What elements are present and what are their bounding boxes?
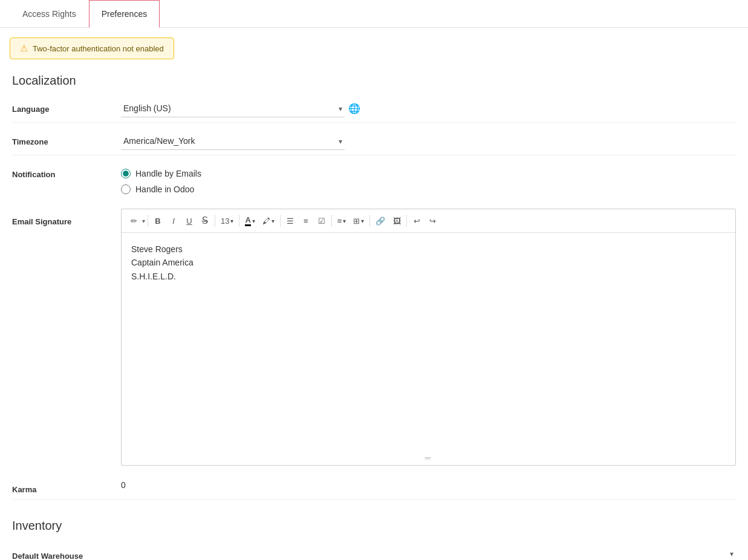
italic-button[interactable]: I: [166, 213, 181, 229]
handle-by-emails-label: Handle by Emails: [135, 169, 201, 178]
email-signature-label: Email Signature: [12, 209, 121, 226]
highlight-dropdown[interactable]: 🖍 ▾: [259, 213, 278, 229]
redo-button[interactable]: ↪: [425, 213, 440, 229]
table-arrow: ▾: [361, 218, 364, 224]
strikethrough-icon: S̶: [202, 216, 208, 226]
table-dropdown[interactable]: ⊞ ▾: [350, 213, 367, 229]
image-icon: 🖼: [393, 217, 401, 226]
rich-text-editor: ✏ ▾ B I U S̶ 13 ▾: [121, 209, 736, 466]
font-size-value: 13: [221, 217, 229, 226]
timezone-row: Timezone America/New_York America/Chicag…: [12, 132, 736, 155]
karma-value: 0: [121, 480, 126, 490]
font-color-arrow: ▾: [252, 218, 255, 224]
handle-in-odoo-radio[interactable]: [121, 184, 131, 194]
checkbox-icon: ☑: [318, 217, 325, 226]
handle-in-odoo-option[interactable]: Handle in Odoo: [121, 184, 736, 194]
highlight-arrow: ▾: [272, 218, 275, 224]
bullet-list-icon: ☰: [287, 217, 294, 226]
warehouse-select[interactable]: [121, 545, 736, 560]
globe-icon: 🌐: [348, 103, 360, 114]
notification-control: Handle by Emails Handle in Odoo: [121, 165, 736, 194]
undo-button[interactable]: ↩: [409, 213, 424, 229]
font-size-arrow: ▾: [230, 218, 233, 224]
font-size-dropdown[interactable]: 13 ▾: [218, 213, 236, 229]
align-icon: ≡: [337, 217, 342, 226]
bold-label: B: [155, 217, 160, 226]
timezone-select-container: America/New_York America/Chicago America…: [121, 132, 345, 150]
default-warehouse-label: Default Warehouse: [12, 547, 121, 560]
timezone-select[interactable]: America/New_York America/Chicago America…: [121, 132, 345, 150]
resize-icon: ═: [425, 453, 432, 463]
pen-dropdown-arrow: ▾: [142, 218, 145, 224]
notification-radio-group: Handle by Emails Handle in Odoo: [121, 165, 736, 194]
language-label: Language: [12, 100, 121, 114]
tab-access-rights[interactable]: Access Rights: [10, 0, 89, 28]
toolbar-sep-5: [331, 215, 332, 227]
notification-row: Notification Handle by Emails Handle in …: [12, 165, 736, 199]
editor-resize-handle[interactable]: ═: [122, 451, 735, 465]
karma-label: Karma: [12, 480, 121, 494]
tab-preferences[interactable]: Preferences: [89, 0, 160, 28]
link-icon: 🔗: [376, 217, 385, 226]
karma-control: 0: [121, 480, 736, 490]
karma-row: Karma 0: [12, 480, 736, 500]
redo-icon: ↪: [429, 217, 436, 226]
toolbar-sep-3: [239, 215, 239, 227]
signature-line-1: Steve Rogers: [131, 243, 726, 256]
toolbar-sep-7: [406, 215, 407, 227]
inventory-section: Inventory Default Warehouse ▾: [12, 519, 736, 560]
ordered-list-icon: ≡: [304, 217, 308, 226]
pen-tool-button[interactable]: ✏: [126, 213, 141, 229]
handle-in-odoo-label: Handle in Odoo: [135, 184, 194, 194]
bullet-list-button[interactable]: ☰: [283, 213, 298, 229]
strikethrough-button[interactable]: S̶: [198, 213, 212, 229]
link-button[interactable]: 🔗: [372, 213, 388, 229]
default-warehouse-row: Default Warehouse ▾: [12, 545, 736, 560]
handle-by-emails-radio[interactable]: [121, 169, 131, 178]
language-select-wrapper: English (US) French Spanish German ▾ 🌐: [121, 100, 360, 117]
alert-text: Two-factor authentication not enabled: [33, 44, 164, 53]
handle-by-emails-option[interactable]: Handle by Emails: [121, 169, 736, 178]
font-color-dropdown[interactable]: A ▾: [242, 213, 258, 229]
inventory-section-title: Inventory: [12, 519, 736, 533]
localization-section-title: Localization: [12, 74, 736, 88]
language-select[interactable]: English (US) French Spanish German: [121, 100, 345, 117]
editor-toolbar: ✏ ▾ B I U S̶ 13 ▾: [122, 209, 735, 233]
two-factor-alert: ⚠ Two-factor authentication not enabled: [10, 37, 174, 59]
toolbar-sep-2: [215, 215, 215, 227]
language-select-container: English (US) French Spanish German ▾: [121, 100, 345, 117]
language-row: Language English (US) French Spanish Ger…: [12, 100, 736, 123]
tabs-bar: Access Rights Preferences: [0, 0, 748, 28]
font-color-label: A: [245, 215, 250, 226]
warning-icon: ⚠: [20, 43, 28, 54]
timezone-label: Timezone: [12, 132, 121, 146]
toolbar-sep-4: [280, 215, 281, 227]
highlight-icon: 🖍: [262, 217, 270, 226]
align-arrow: ▾: [343, 218, 346, 224]
table-icon: ⊞: [353, 217, 360, 226]
toolbar-sep-6: [369, 215, 370, 227]
bold-button[interactable]: B: [151, 213, 165, 229]
notification-label: Notification: [12, 165, 121, 179]
signature-line-2: Captain America: [131, 256, 726, 269]
image-button[interactable]: 🖼: [389, 213, 404, 229]
language-control: English (US) French Spanish German ▾ 🌐: [121, 100, 736, 117]
toolbar-sep-1: [148, 215, 148, 227]
italic-label: I: [172, 217, 175, 226]
preferences-content: Localization Language English (US) Frenc…: [0, 59, 748, 560]
email-signature-row: Email Signature ✏ ▾ B I U S̶ 13: [12, 209, 736, 470]
editor-content-area[interactable]: Steve Rogers Captain America S.H.I.E.L.D…: [122, 233, 735, 451]
ordered-list-button[interactable]: ≡: [299, 213, 313, 229]
checkbox-button[interactable]: ☑: [314, 213, 329, 229]
email-signature-control: ✏ ▾ B I U S̶ 13 ▾: [121, 209, 736, 466]
underline-button[interactable]: U: [182, 213, 197, 229]
signature-line-3: S.H.I.E.L.D.: [131, 270, 726, 283]
timezone-control: America/New_York America/Chicago America…: [121, 132, 736, 150]
undo-icon: ↩: [414, 217, 420, 226]
underline-label: U: [186, 217, 192, 226]
align-dropdown[interactable]: ≡ ▾: [334, 213, 350, 229]
warehouse-select-container: ▾: [121, 545, 736, 560]
